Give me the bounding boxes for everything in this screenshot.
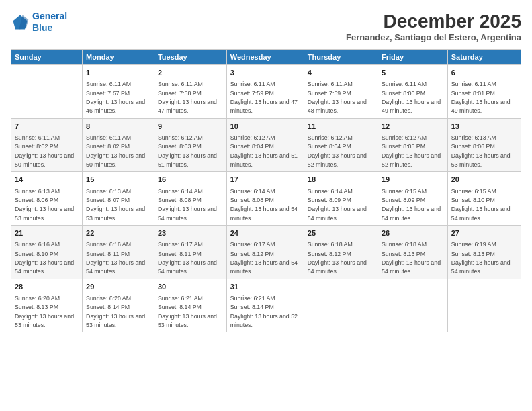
cell-sunrise: Sunrise: 6:15 AMSunset: 8:09 PMDaylight:…: [382, 188, 441, 222]
calendar-cell: 10Sunrise: 6:12 AMSunset: 8:04 PMDayligh…: [226, 118, 304, 172]
day-number: 8: [86, 122, 150, 132]
calendar-cell: [447, 279, 521, 332]
calendar-body: 1Sunrise: 6:11 AMSunset: 7:57 PMDaylight…: [11, 65, 521, 332]
calendar-cell: 14Sunrise: 6:13 AMSunset: 8:06 PMDayligh…: [11, 172, 83, 226]
calendar-week-4: 21Sunrise: 6:16 AMSunset: 8:10 PMDayligh…: [11, 225, 521, 279]
day-number: 13: [451, 122, 517, 132]
cell-sunrise: Sunrise: 6:11 AMSunset: 7:59 PMDaylight:…: [308, 81, 367, 114]
cell-sunrise: Sunrise: 6:20 AMSunset: 8:14 PMDaylight:…: [86, 295, 145, 328]
calendar-cell: 20Sunrise: 6:15 AMSunset: 8:10 PMDayligh…: [447, 172, 521, 226]
calendar-cell: 2Sunrise: 6:11 AMSunset: 7:58 PMDaylight…: [154, 65, 226, 119]
day-number: 20: [451, 175, 517, 185]
day-number: 19: [382, 175, 444, 185]
day-number: 22: [86, 228, 150, 238]
day-number: 6: [451, 68, 517, 78]
calendar-cell: 17Sunrise: 6:14 AMSunset: 8:08 PMDayligh…: [226, 172, 304, 226]
calendar-cell: 8Sunrise: 6:11 AMSunset: 8:02 PMDaylight…: [83, 118, 154, 172]
day-number: 23: [158, 228, 223, 238]
day-number: 2: [158, 68, 223, 78]
calendar-cell: 31Sunrise: 6:21 AMSunset: 8:14 PMDayligh…: [226, 279, 304, 332]
day-number: 15: [86, 175, 150, 185]
day-number: 5: [382, 68, 444, 78]
calendar-cell: 11Sunrise: 6:12 AMSunset: 8:04 PMDayligh…: [304, 118, 378, 172]
day-number: 26: [382, 228, 444, 238]
day-number: 21: [15, 228, 79, 238]
calendar-cell: 1Sunrise: 6:11 AMSunset: 7:57 PMDaylight…: [83, 65, 154, 119]
calendar-cell: 21Sunrise: 6:16 AMSunset: 8:10 PMDayligh…: [11, 225, 83, 279]
day-number: 17: [230, 175, 300, 185]
day-number: 31: [230, 282, 300, 292]
calendar-table: Sunday Monday Tuesday Wednesday Thursday…: [11, 49, 521, 332]
cell-sunrise: Sunrise: 6:18 AMSunset: 8:12 PMDaylight:…: [308, 241, 367, 275]
day-number: 10: [230, 122, 300, 132]
calendar-cell: 12Sunrise: 6:12 AMSunset: 8:05 PMDayligh…: [378, 118, 448, 172]
day-number: 24: [230, 228, 300, 238]
calendar-week-3: 14Sunrise: 6:13 AMSunset: 8:06 PMDayligh…: [11, 172, 521, 226]
day-number: 29: [86, 282, 150, 292]
cell-sunrise: Sunrise: 6:21 AMSunset: 8:14 PMDaylight:…: [158, 295, 217, 328]
cell-sunrise: Sunrise: 6:11 AMSunset: 7:57 PMDaylight:…: [86, 81, 145, 114]
col-friday: Friday: [378, 50, 448, 65]
calendar-cell: 4Sunrise: 6:11 AMSunset: 7:59 PMDaylight…: [304, 65, 378, 119]
month-title: December 2025: [346, 11, 521, 32]
calendar-cell: 23Sunrise: 6:17 AMSunset: 8:11 PMDayligh…: [154, 225, 226, 279]
cell-sunrise: Sunrise: 6:17 AMSunset: 8:11 PMDaylight:…: [158, 241, 217, 275]
page: General Blue December 2025 Fernandez, Sa…: [0, 0, 532, 411]
day-number: 7: [15, 122, 79, 132]
location-subtitle: Fernandez, Santiago del Estero, Argentin…: [346, 32, 521, 42]
day-number: 11: [308, 122, 374, 132]
day-number: 27: [451, 228, 517, 238]
logo-icon: [11, 13, 30, 32]
title-block: December 2025 Fernandez, Santiago del Es…: [346, 11, 521, 42]
day-number: 3: [230, 68, 300, 78]
calendar-cell: 30Sunrise: 6:21 AMSunset: 8:14 PMDayligh…: [154, 279, 226, 332]
cell-sunrise: Sunrise: 6:17 AMSunset: 8:12 PMDaylight:…: [230, 241, 298, 275]
cell-sunrise: Sunrise: 6:20 AMSunset: 8:13 PMDaylight:…: [15, 295, 74, 328]
cell-sunrise: Sunrise: 6:13 AMSunset: 8:06 PMDaylight:…: [15, 188, 74, 222]
cell-sunrise: Sunrise: 6:14 AMSunset: 8:09 PMDaylight:…: [308, 188, 367, 222]
cell-sunrise: Sunrise: 6:18 AMSunset: 8:13 PMDaylight:…: [382, 241, 441, 275]
calendar-week-2: 7Sunrise: 6:11 AMSunset: 8:02 PMDaylight…: [11, 118, 521, 172]
col-sunday: Sunday: [11, 50, 83, 65]
calendar-cell: 15Sunrise: 6:13 AMSunset: 8:07 PMDayligh…: [83, 172, 154, 226]
cell-sunrise: Sunrise: 6:14 AMSunset: 8:08 PMDaylight:…: [158, 188, 217, 222]
day-number: 30: [158, 282, 223, 292]
calendar-cell: 7Sunrise: 6:11 AMSunset: 8:02 PMDaylight…: [11, 118, 83, 172]
calendar-cell: 22Sunrise: 6:16 AMSunset: 8:11 PMDayligh…: [83, 225, 154, 279]
cell-sunrise: Sunrise: 6:15 AMSunset: 8:10 PMDaylight:…: [451, 188, 511, 222]
cell-sunrise: Sunrise: 6:19 AMSunset: 8:13 PMDaylight:…: [451, 241, 511, 275]
calendar-cell: 6Sunrise: 6:11 AMSunset: 8:01 PMDaylight…: [447, 65, 521, 119]
cell-sunrise: Sunrise: 6:12 AMSunset: 8:05 PMDaylight:…: [382, 134, 441, 168]
calendar-cell: 5Sunrise: 6:11 AMSunset: 8:00 PMDaylight…: [378, 65, 448, 119]
day-number: 25: [308, 228, 374, 238]
cell-sunrise: Sunrise: 6:16 AMSunset: 8:10 PMDaylight:…: [15, 241, 74, 275]
logo: General Blue: [11, 11, 67, 34]
calendar-cell: 27Sunrise: 6:19 AMSunset: 8:13 PMDayligh…: [447, 225, 521, 279]
col-saturday: Saturday: [447, 50, 521, 65]
cell-sunrise: Sunrise: 6:11 AMSunset: 8:02 PMDaylight:…: [15, 134, 74, 168]
cell-sunrise: Sunrise: 6:12 AMSunset: 8:04 PMDaylight:…: [308, 134, 367, 168]
cell-sunrise: Sunrise: 6:21 AMSunset: 8:14 PMDaylight:…: [230, 295, 298, 328]
header-row: Sunday Monday Tuesday Wednesday Thursday…: [11, 50, 521, 65]
calendar-header: Sunday Monday Tuesday Wednesday Thursday…: [11, 50, 521, 65]
calendar-cell: 3Sunrise: 6:11 AMSunset: 7:59 PMDaylight…: [226, 65, 304, 119]
cell-sunrise: Sunrise: 6:14 AMSunset: 8:08 PMDaylight:…: [230, 188, 298, 222]
calendar-week-1: 1Sunrise: 6:11 AMSunset: 7:57 PMDaylight…: [11, 65, 521, 119]
calendar-cell: 13Sunrise: 6:13 AMSunset: 8:06 PMDayligh…: [447, 118, 521, 172]
col-tuesday: Tuesday: [154, 50, 226, 65]
calendar-cell: [378, 279, 448, 332]
cell-sunrise: Sunrise: 6:13 AMSunset: 8:07 PMDaylight:…: [86, 188, 145, 222]
col-wednesday: Wednesday: [226, 50, 304, 65]
calendar-cell: 28Sunrise: 6:20 AMSunset: 8:13 PMDayligh…: [11, 279, 83, 332]
cell-sunrise: Sunrise: 6:11 AMSunset: 7:58 PMDaylight:…: [158, 81, 217, 114]
day-number: 16: [158, 175, 223, 185]
cell-sunrise: Sunrise: 6:11 AMSunset: 8:02 PMDaylight:…: [86, 134, 145, 168]
cell-sunrise: Sunrise: 6:11 AMSunset: 8:00 PMDaylight:…: [382, 81, 441, 114]
calendar-cell: 25Sunrise: 6:18 AMSunset: 8:12 PMDayligh…: [304, 225, 378, 279]
calendar-cell: [304, 279, 378, 332]
cell-sunrise: Sunrise: 6:11 AMSunset: 7:59 PMDaylight:…: [230, 81, 298, 114]
day-number: 1: [86, 68, 150, 78]
cell-sunrise: Sunrise: 6:13 AMSunset: 8:06 PMDaylight:…: [451, 134, 511, 168]
cell-sunrise: Sunrise: 6:12 AMSunset: 8:03 PMDaylight:…: [158, 134, 217, 168]
calendar-cell: 19Sunrise: 6:15 AMSunset: 8:09 PMDayligh…: [378, 172, 448, 226]
